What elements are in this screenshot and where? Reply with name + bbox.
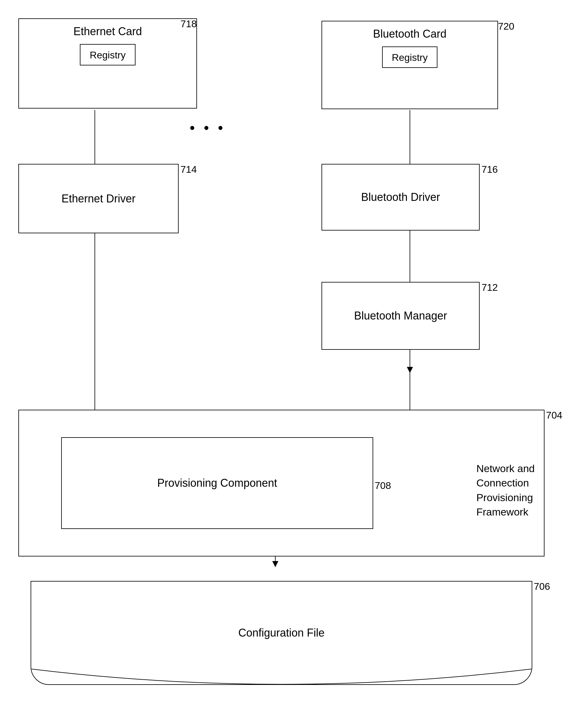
bluetooth-card-registry: Registry (392, 52, 428, 63)
ethernet-card-registry: Registry (90, 50, 125, 61)
bluetooth-card-box: Bluetooth Card Registry (322, 21, 498, 109)
ethernet-driver-label: Ethernet Driver (61, 192, 135, 205)
ref-712: 712 (482, 282, 498, 293)
bluetooth-card-label: Bluetooth Card (373, 28, 446, 40)
provisioning-component-label: Provisioning Component (157, 477, 277, 490)
provisioning-component-box: Provisioning Component (61, 437, 373, 529)
ref-718: 718 (180, 18, 197, 30)
configuration-file-label: Configuration File (238, 626, 325, 639)
svg-marker-16 (272, 561, 278, 567)
ref-706: 706 (534, 581, 550, 592)
bluetooth-driver-box: Bluetooth Driver (322, 164, 480, 231)
ethernet-card-box: Ethernet Card Registry (18, 18, 197, 109)
ref-714: 714 (180, 164, 197, 175)
ref-720: 720 (498, 21, 514, 32)
bluetooth-driver-label: Bluetooth Driver (361, 191, 440, 204)
diagram: Ethernet Card Registry 718 Bluetooth Car… (0, 0, 565, 728)
ellipsis-dots: • • • (190, 119, 225, 136)
ncpf-label: Network andConnectionProvisioningFramewo… (476, 463, 535, 518)
configuration-file-box: Configuration File (31, 581, 532, 685)
ref-704: 704 (546, 410, 562, 421)
bluetooth-manager-box: Bluetooth Manager (322, 282, 480, 350)
ethernet-driver-box: Ethernet Driver (18, 164, 179, 233)
ref-716: 716 (482, 164, 498, 175)
bluetooth-manager-label: Bluetooth Manager (354, 309, 447, 322)
ref-708: 708 (375, 480, 391, 491)
svg-marker-8 (407, 367, 413, 373)
ethernet-card-label: Ethernet Card (73, 25, 142, 38)
